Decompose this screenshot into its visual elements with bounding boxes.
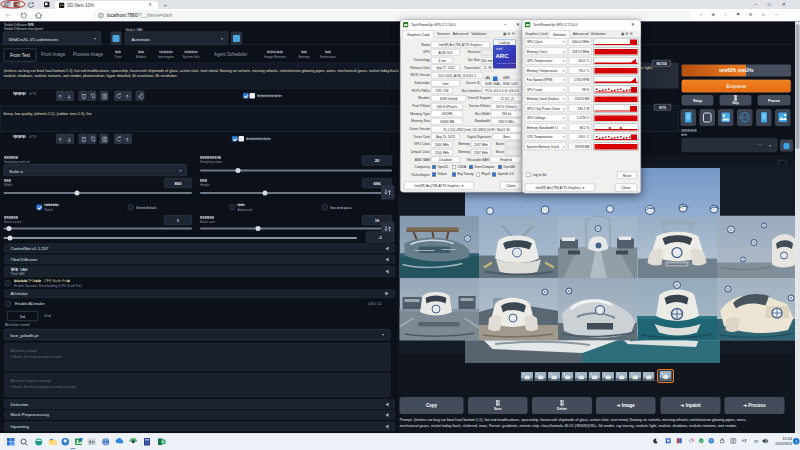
svg-text:0: 0 [710,439,712,443]
